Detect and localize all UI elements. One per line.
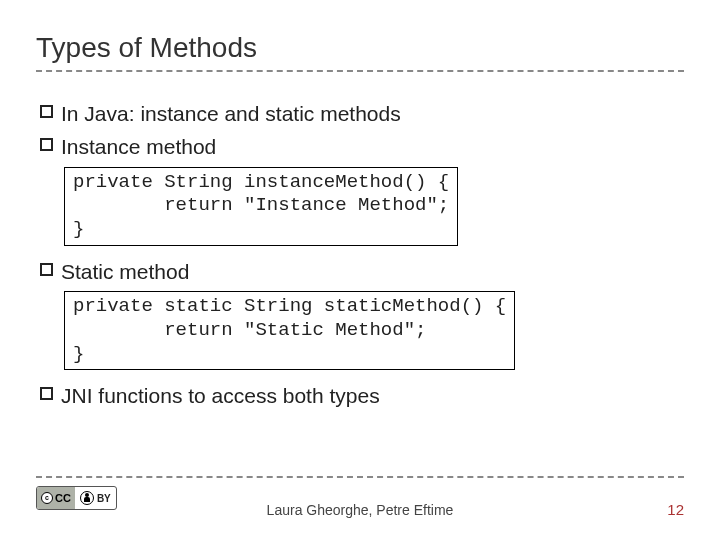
bullet-text: In Java: instance and static methods — [61, 100, 401, 127]
slide-footer: c CC BY Laura Gheorghe, Petre Eftime 12 — [36, 486, 684, 520]
slide-content: In Java: instance and static methods Ins… — [36, 100, 684, 410]
bullet-box-icon — [40, 138, 53, 151]
bullet-text: Instance method — [61, 133, 216, 160]
bullet-item: In Java: instance and static methods — [40, 100, 684, 127]
bullet-item: JNI functions to access both types — [40, 382, 684, 409]
slide: Types of Methods In Java: instance and s… — [0, 0, 720, 540]
bullet-item: Static method — [40, 258, 684, 285]
bullet-box-icon — [40, 387, 53, 400]
slide-title: Types of Methods — [36, 32, 684, 64]
title-divider — [36, 70, 684, 72]
bullet-text: JNI functions to access both types — [61, 382, 380, 409]
footer-divider — [36, 476, 684, 478]
bullet-item: Instance method — [40, 133, 684, 160]
bullet-box-icon — [40, 105, 53, 118]
code-block-static: private static String staticMethod() { r… — [64, 291, 515, 370]
bullet-text: Static method — [61, 258, 189, 285]
bullet-box-icon — [40, 263, 53, 276]
footer-authors: Laura Gheorghe, Petre Eftime — [36, 502, 684, 518]
page-number: 12 — [667, 501, 684, 518]
code-block-instance: private String instanceMethod() { return… — [64, 167, 458, 246]
